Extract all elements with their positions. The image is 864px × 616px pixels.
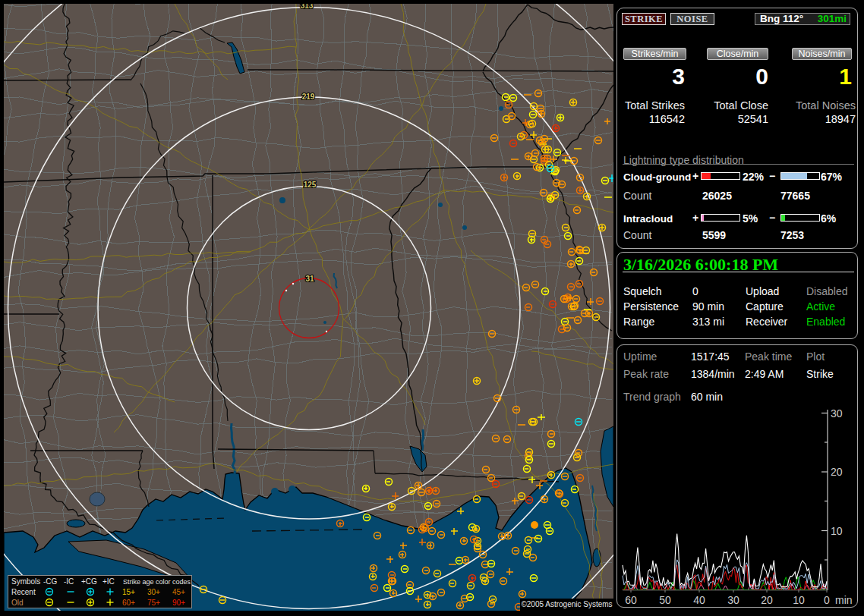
svg-text:31: 31 <box>305 275 314 283</box>
svg-text:45+: 45+ <box>172 588 185 596</box>
svg-text:Recent: Recent <box>11 588 36 596</box>
svg-text:Old: Old <box>11 599 24 607</box>
svg-text:-CG: -CG <box>43 577 58 586</box>
svg-text:Strike age color codes: Strike age color codes <box>123 578 191 586</box>
svg-text:75+: 75+ <box>147 599 160 607</box>
svg-text:90+: 90+ <box>172 599 185 607</box>
svg-text:Symbols: Symbols <box>11 577 40 586</box>
svg-text:60+: 60+ <box>122 599 135 607</box>
svg-text:-IC: -IC <box>64 577 74 586</box>
svg-text:+CG: +CG <box>81 577 97 586</box>
svg-text:219: 219 <box>302 93 315 101</box>
svg-text:+IC: +IC <box>102 577 115 586</box>
svg-text:313: 313 <box>301 4 314 10</box>
svg-text:30+: 30+ <box>147 588 160 596</box>
svg-text:125: 125 <box>304 181 317 189</box>
svg-text:15+: 15+ <box>122 588 135 596</box>
